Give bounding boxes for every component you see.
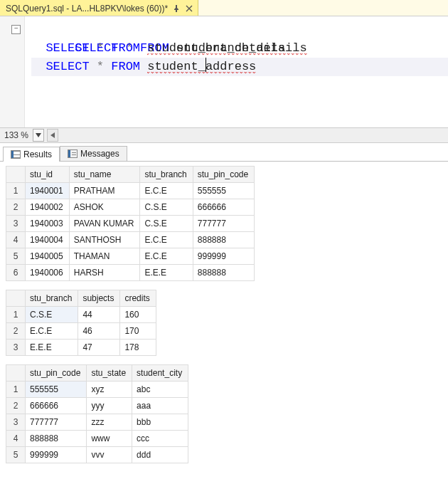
table-row[interactable]: 51940005THAMANE.C.E999999 [6, 248, 255, 265]
cell[interactable]: E.E.E [140, 265, 193, 281]
cell[interactable]: 666666 [193, 199, 254, 216]
table-row[interactable]: 2666666yyyaaa [6, 398, 188, 414]
collapse-toggle-icon[interactable]: − [11, 25, 21, 34]
table-row[interactable]: 2E.C.E46170 [6, 323, 156, 340]
cell[interactable]: E.C.E [140, 232, 193, 248]
cell[interactable]: 999999 [26, 447, 87, 463]
table-row[interactable]: 11940001PRATHAME.C.E555555 [6, 183, 255, 199]
cell[interactable]: bbb [132, 414, 188, 431]
cell[interactable]: 47 [78, 340, 120, 356]
cell[interactable]: 999999 [193, 248, 254, 265]
cell[interactable]: 44 [78, 307, 120, 323]
result-table[interactable]: stu_pin_codestu_statestudent_city1555555… [6, 364, 188, 463]
result-table[interactable]: stu_branchsubjectscredits1C.S.E441602E.C… [6, 290, 156, 356]
tab-messages[interactable]: Messages [60, 146, 127, 162]
cell[interactable]: C.S.E [26, 307, 78, 323]
row-number-cell[interactable]: 2 [6, 323, 26, 340]
column-header[interactable]: stu_id [26, 167, 70, 183]
row-number-cell[interactable]: 3 [6, 340, 26, 356]
column-header[interactable]: credits [120, 290, 156, 307]
tab-results[interactable]: Results [3, 147, 60, 162]
cell[interactable]: PAVAN KUMAR [69, 216, 140, 232]
column-header[interactable]: stu_state [87, 365, 132, 382]
column-header[interactable]: stu_name [69, 167, 140, 183]
cell[interactable]: THAMAN [69, 248, 140, 265]
results-grid-icon [11, 150, 21, 159]
cell[interactable]: 666666 [26, 398, 87, 414]
row-number-cell[interactable]: 2 [6, 398, 26, 414]
cell[interactable]: aaa [132, 398, 188, 414]
cell[interactable]: 178 [120, 340, 156, 356]
cell[interactable]: E.C.E [140, 183, 193, 199]
code-lines: −SELECT * FROM student_details SELECT * … [31, 21, 448, 76]
column-header[interactable]: stu_branch [26, 290, 78, 307]
scroll-left-button[interactable] [47, 129, 58, 142]
table-row[interactable]: 1C.S.E44160 [6, 307, 156, 323]
cell[interactable]: 1940003 [26, 216, 70, 232]
cell[interactable]: 1940006 [26, 265, 70, 281]
cell[interactable]: zzz [87, 414, 132, 431]
cell[interactable]: SANTHOSH [69, 232, 140, 248]
cell[interactable]: 170 [120, 323, 156, 340]
cell[interactable]: yyy [87, 398, 132, 414]
row-number-cell[interactable]: 1 [6, 307, 26, 323]
column-header[interactable]: stu_pin_code [26, 365, 87, 382]
cell[interactable]: 1940002 [26, 199, 70, 216]
column-header[interactable]: stu_pin_code [193, 167, 254, 183]
cell[interactable]: 555555 [26, 382, 87, 398]
table-row[interactable]: 4888888wwwccc [6, 431, 188, 447]
row-number-cell[interactable]: 4 [6, 431, 26, 447]
cell[interactable]: 1940005 [26, 248, 70, 265]
zoom-dropdown-button[interactable] [33, 129, 44, 142]
cell[interactable]: C.S.E [140, 199, 193, 216]
cell[interactable]: E.E.E [26, 340, 78, 356]
cell[interactable]: www [87, 431, 132, 447]
cell[interactable]: 46 [78, 323, 120, 340]
cell[interactable]: 777777 [193, 216, 254, 232]
cell[interactable]: 1940001 [26, 183, 70, 199]
row-number-cell[interactable]: 5 [6, 447, 26, 463]
cell[interactable]: 888888 [193, 265, 254, 281]
cell[interactable]: PRATHAM [69, 183, 140, 199]
column-header[interactable]: student_city [132, 365, 188, 382]
table-row[interactable]: 3E.E.E47178 [6, 340, 156, 356]
column-header[interactable]: stu_branch [140, 167, 193, 183]
cell[interactable]: abc [132, 382, 188, 398]
table-row[interactable]: 41940004SANTHOSHE.C.E888888 [6, 232, 255, 248]
pin-icon[interactable] [172, 4, 181, 13]
row-number-cell[interactable]: 2 [6, 199, 26, 216]
table-row[interactable]: 31940003PAVAN KUMARC.S.E777777 [6, 216, 255, 232]
row-number-cell[interactable]: 5 [6, 248, 26, 265]
row-number-cell[interactable]: 1 [6, 382, 26, 398]
cell[interactable]: 888888 [26, 431, 87, 447]
close-icon[interactable] [185, 4, 193, 13]
row-number-cell[interactable]: 3 [6, 216, 26, 232]
table-row[interactable]: 21940002ASHOKC.S.E666666 [6, 199, 255, 216]
sql-editor[interactable]: −SELECT * FROM student_details SELECT * … [0, 16, 448, 127]
column-header[interactable]: subjects [78, 290, 120, 307]
cell[interactable]: vvv [87, 447, 132, 463]
cell[interactable]: 777777 [26, 414, 87, 431]
result-table[interactable]: stu_idstu_namestu_branchstu_pin_code1194… [6, 166, 255, 281]
row-number-cell[interactable]: 4 [6, 232, 26, 248]
cell[interactable]: E.C.E [140, 248, 193, 265]
cell[interactable]: 555555 [193, 183, 254, 199]
row-number-cell[interactable]: 6 [6, 265, 26, 281]
table-row[interactable]: 1555555xyzabc [6, 382, 188, 398]
cell[interactable]: HARSH [69, 265, 140, 281]
cell[interactable]: 160 [120, 307, 156, 323]
table-row[interactable]: 3777777zzzbbb [6, 414, 188, 431]
cell[interactable]: 888888 [193, 232, 254, 248]
document-tab[interactable]: SQLQuery1.sql - LA...HL8PKV\lokes (60))* [0, 0, 198, 16]
cell[interactable]: E.C.E [26, 323, 78, 340]
table-row[interactable]: 61940006HARSHE.E.E888888 [6, 265, 255, 281]
cell[interactable]: xyz [87, 382, 132, 398]
cell[interactable]: 1940004 [26, 232, 70, 248]
cell[interactable]: ASHOK [69, 199, 140, 216]
cell[interactable]: ddd [132, 447, 188, 463]
cell[interactable]: C.S.E [140, 216, 193, 232]
row-number-cell[interactable]: 1 [6, 183, 26, 199]
table-row[interactable]: 5999999vvvddd [6, 447, 188, 463]
row-number-cell[interactable]: 3 [6, 414, 26, 431]
cell[interactable]: ccc [132, 431, 188, 447]
